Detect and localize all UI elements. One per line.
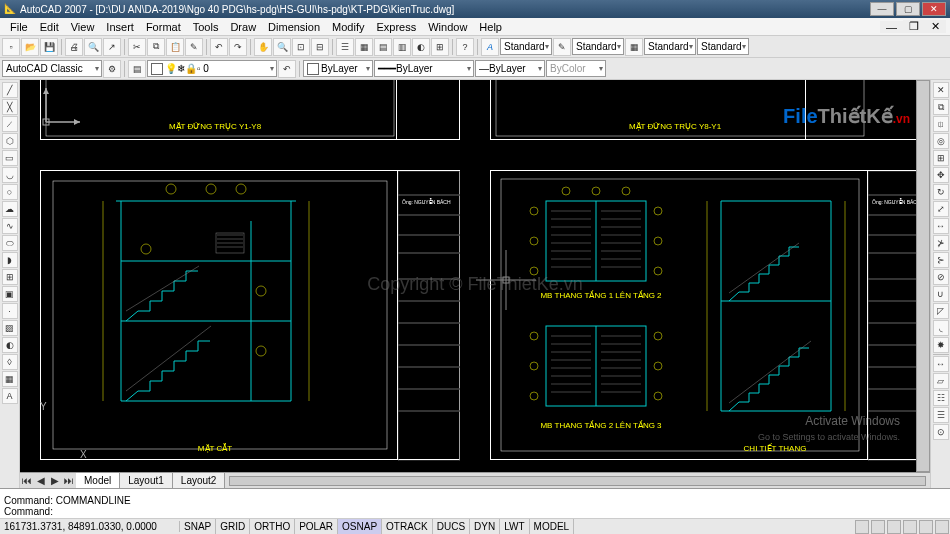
offset-icon[interactable]: ◎: [933, 133, 949, 149]
dimstyle-icon[interactable]: ✎: [553, 38, 571, 56]
workspace-combo[interactable]: AutoCAD Classic: [2, 60, 102, 77]
hscrollbar[interactable]: [229, 476, 926, 486]
menu-file[interactable]: File: [4, 21, 34, 33]
circle-icon[interactable]: ○: [2, 184, 18, 200]
tab-last-icon[interactable]: ⏭: [62, 475, 76, 486]
workspace-settings-icon[interactable]: ⚙: [103, 60, 121, 78]
dimstyle-combo[interactable]: Standard: [572, 38, 624, 55]
minimize-button[interactable]: —: [870, 2, 894, 16]
status-annot-icon[interactable]: [903, 520, 917, 534]
close-button[interactable]: ✕: [922, 2, 946, 16]
maximize-button[interactable]: ▢: [896, 2, 920, 16]
menu-draw[interactable]: Draw: [224, 21, 262, 33]
break-icon[interactable]: ⊘: [933, 269, 949, 285]
block-icon[interactable]: ▣: [2, 286, 18, 302]
copy-icon[interactable]: ⧉: [147, 38, 165, 56]
fillet-icon[interactable]: ◟: [933, 320, 949, 336]
polygon-icon[interactable]: ⬡: [2, 133, 18, 149]
insert-icon[interactable]: ⊞: [2, 269, 18, 285]
osnap-toggle[interactable]: OSNAP: [338, 519, 382, 534]
undo-icon[interactable]: ↶: [210, 38, 228, 56]
doc-restore-button[interactable]: ❐: [903, 20, 925, 33]
drawing-canvas[interactable]: MẶT ĐỨNG TRỤC Y1-Y8 MẶT ĐỨNG TRỤC Y8-Y1: [20, 80, 930, 488]
snap-toggle[interactable]: SNAP: [180, 519, 216, 534]
tab-first-icon[interactable]: ⏮: [20, 475, 34, 486]
ellipse-icon[interactable]: ⬭: [2, 235, 18, 251]
help-icon[interactable]: ?: [456, 38, 474, 56]
stretch-icon[interactable]: ↔: [933, 218, 949, 234]
sheetset-icon[interactable]: ▥: [393, 38, 411, 56]
tablestyle-combo[interactable]: Standard: [644, 38, 696, 55]
tab-next-icon[interactable]: ▶: [48, 475, 62, 486]
tablestyle-icon[interactable]: ▦: [625, 38, 643, 56]
extend-icon[interactable]: ⊱: [933, 252, 949, 268]
lineweight-combo[interactable]: — ByLayer: [475, 60, 545, 77]
array-icon[interactable]: ⊞: [933, 150, 949, 166]
layer-combo[interactable]: 💡❄🔒▫ 0: [147, 60, 277, 77]
list-icon[interactable]: ☰: [933, 407, 949, 423]
id-icon[interactable]: ⊙: [933, 424, 949, 440]
mirror-icon[interactable]: ⎅: [933, 116, 949, 132]
region-icon[interactable]: ◊: [2, 354, 18, 370]
menu-edit[interactable]: Edit: [34, 21, 65, 33]
spline-icon[interactable]: ∿: [2, 218, 18, 234]
area-icon[interactable]: ▱: [933, 373, 949, 389]
menu-express[interactable]: Express: [370, 21, 422, 33]
trim-icon[interactable]: ⊁: [933, 235, 949, 251]
ellipsearc-icon[interactable]: ◗: [2, 252, 18, 268]
menu-modify[interactable]: Modify: [326, 21, 370, 33]
a-icon[interactable]: A: [481, 38, 499, 56]
layerprops-icon[interactable]: ▤: [128, 60, 146, 78]
command-input[interactable]: [57, 506, 946, 517]
tab-layout1[interactable]: Layout1: [120, 473, 173, 488]
vscrollbar[interactable]: [916, 80, 930, 472]
revcloud-icon[interactable]: ☁: [2, 201, 18, 217]
new-icon[interactable]: ▫: [2, 38, 20, 56]
tab-model[interactable]: Model: [76, 473, 120, 488]
status-plus-icon[interactable]: [887, 520, 901, 534]
doc-minimize-button[interactable]: —: [880, 21, 903, 33]
join-icon[interactable]: ∪: [933, 286, 949, 302]
explode-icon[interactable]: ✸: [933, 337, 949, 353]
massprop-icon[interactable]: ☷: [933, 390, 949, 406]
table-icon[interactable]: ▦: [2, 371, 18, 387]
textstyle-combo[interactable]: Standard: [500, 38, 552, 55]
publish-icon[interactable]: ↗: [103, 38, 121, 56]
model-toggle[interactable]: MODEL: [530, 519, 575, 534]
quickcalc-icon[interactable]: ⊞: [431, 38, 449, 56]
cut-icon[interactable]: ✂: [128, 38, 146, 56]
designcenter-icon[interactable]: ▦: [355, 38, 373, 56]
menu-insert[interactable]: Insert: [100, 21, 140, 33]
grid-toggle[interactable]: GRID: [216, 519, 250, 534]
rectangle-icon[interactable]: ▭: [2, 150, 18, 166]
polar-toggle[interactable]: POLAR: [295, 519, 338, 534]
zoomwin-icon[interactable]: ⊡: [292, 38, 310, 56]
erase-icon[interactable]: ✕: [933, 82, 949, 98]
ortho-toggle[interactable]: ORTHO: [250, 519, 295, 534]
color-combo[interactable]: ByLayer: [303, 60, 373, 77]
properties-icon[interactable]: ☰: [336, 38, 354, 56]
preview-icon[interactable]: 🔍: [84, 38, 102, 56]
line-icon[interactable]: ╱: [2, 82, 18, 98]
xline-icon[interactable]: ╳: [2, 99, 18, 115]
distance-icon[interactable]: ↔: [933, 356, 949, 372]
doc-close-button[interactable]: ✕: [925, 20, 946, 33]
scale-icon[interactable]: ⤢: [933, 201, 949, 217]
menu-window[interactable]: Window: [422, 21, 473, 33]
status-clean-icon[interactable]: [935, 520, 949, 534]
redo-icon[interactable]: ↷: [229, 38, 247, 56]
status-lock-icon[interactable]: [855, 520, 869, 534]
status-tray-icon[interactable]: [919, 520, 933, 534]
layer-prev-icon[interactable]: ↶: [278, 60, 296, 78]
open-icon[interactable]: 📂: [21, 38, 39, 56]
zoom-icon[interactable]: 🔍: [273, 38, 291, 56]
dyn-toggle[interactable]: DYN: [470, 519, 500, 534]
toolpalettes-icon[interactable]: ▤: [374, 38, 392, 56]
save-icon[interactable]: 💾: [40, 38, 58, 56]
menu-help[interactable]: Help: [473, 21, 508, 33]
tab-layout2[interactable]: Layout2: [173, 473, 226, 488]
markup-icon[interactable]: ◐: [412, 38, 430, 56]
lwt-toggle[interactable]: LWT: [500, 519, 529, 534]
pan-icon[interactable]: ✋: [254, 38, 272, 56]
menu-dimension[interactable]: Dimension: [262, 21, 326, 33]
